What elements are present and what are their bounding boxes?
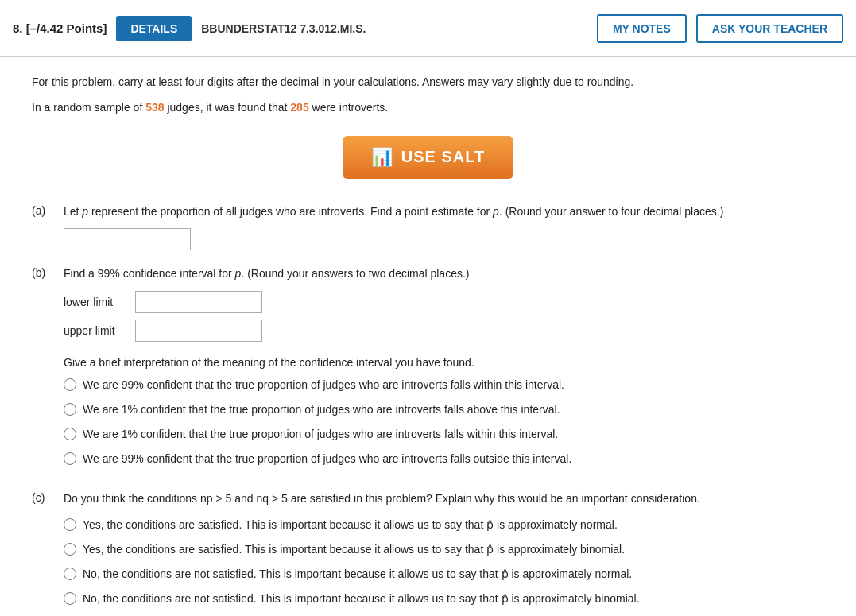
- part-b-label: (b): [32, 266, 64, 279]
- radio-opt3-label[interactable]: We are 1% confident that the true propor…: [83, 426, 558, 443]
- interp-label: Give a brief interpretation of the meani…: [64, 356, 824, 369]
- radio-option-3: We are 1% confident that the true propor…: [64, 426, 824, 443]
- part-a-text: Let p represent the proportion of all ju…: [64, 203, 824, 220]
- c-radio-opt2-label[interactable]: Yes, the conditions are satisfied. This …: [83, 541, 625, 558]
- part-c-text: Do you think the conditions np > 5 and n…: [64, 490, 824, 507]
- radio-opt2[interactable]: [64, 403, 76, 416]
- use-salt-button[interactable]: 📊 USE SALT: [343, 136, 513, 179]
- salt-button-wrapper: 📊 USE SALT: [32, 136, 824, 179]
- part-a-input[interactable]: [64, 228, 191, 250]
- part-a-section: (a) Let p represent the proportion of al…: [32, 203, 824, 250]
- part-a-suffix: . (Round your answer to four decimal pla…: [499, 205, 723, 218]
- part-a-content: Let p represent the proportion of all ju…: [64, 203, 824, 250]
- part-a-p1: p: [82, 205, 88, 218]
- points-label: 8. [–/4.42 Points]: [13, 21, 107, 35]
- ask-teacher-button[interactable]: ASK YOUR TEACHER: [696, 14, 843, 43]
- details-button[interactable]: DETAILS: [116, 16, 192, 41]
- radio-option-4: We are 99% confident that the true propo…: [64, 451, 824, 467]
- upper-limit-label: upper limit: [64, 324, 135, 337]
- c-radio-opt1[interactable]: [64, 518, 76, 531]
- my-notes-button[interactable]: MY NOTES: [597, 14, 687, 43]
- radio-opt2-label[interactable]: We are 1% confident that the true propor…: [83, 401, 560, 418]
- part-b-suffix: . (Round your answers to two decimal pla…: [241, 267, 469, 280]
- c-radio-option-1: Yes, the conditions are satisfied. This …: [64, 517, 824, 533]
- c-radio-option-2: Yes, the conditions are satisfied. This …: [64, 541, 824, 558]
- part-a-mid: represent the proportion of all judges w…: [88, 205, 493, 218]
- part-b-content: Find a 99% confidence interval for p. (R…: [64, 265, 824, 475]
- salt-btn-label: USE SALT: [401, 148, 485, 166]
- part-b-prefix: Find a 99% confidence interval for: [64, 267, 235, 280]
- radio-opt4[interactable]: [64, 452, 76, 465]
- radio-opt1-label[interactable]: We are 99% confident that the true propo…: [83, 377, 564, 393]
- radio-opt1[interactable]: [64, 378, 76, 391]
- c-radio-opt4-label[interactable]: No, the conditions are not satisfied. Th…: [83, 591, 640, 607]
- intro2-mid: judges, it was found that: [165, 101, 291, 114]
- c-radio-opt4[interactable]: [64, 592, 76, 605]
- upper-limit-input[interactable]: [135, 320, 262, 342]
- part-a-label: (a): [32, 204, 64, 217]
- radio-opt4-label[interactable]: We are 99% confident that the true propo…: [83, 451, 571, 467]
- intro2-suffix: were introverts.: [309, 101, 389, 114]
- problem-code: BBUNDERSTAT12 7.3.012.MI.S.: [201, 22, 587, 35]
- header-bar: 8. [–/4.42 Points] DETAILS BBUNDERSTAT12…: [0, 0, 856, 57]
- part-b-text: Find a 99% confidence interval for p. (R…: [64, 265, 824, 282]
- part-a-p2: p: [493, 205, 499, 218]
- lower-limit-row: lower limit: [64, 291, 824, 313]
- intro2-prefix: In a random sample of: [32, 101, 145, 114]
- radio-opt3[interactable]: [64, 428, 76, 440]
- part-b-section: (b) Find a 99% confidence interval for p…: [32, 265, 824, 475]
- c-radio-opt3-label[interactable]: No, the conditions are not satisfied. Th…: [83, 566, 632, 583]
- radio-option-2: We are 1% confident that the true propor…: [64, 401, 824, 418]
- part-c-section: (c) Do you think the conditions np > 5 a…: [32, 490, 824, 615]
- introvert-count: 285: [290, 101, 308, 114]
- radio-option-1: We are 99% confident that the true propo…: [64, 377, 824, 393]
- c-radio-opt2[interactable]: [64, 543, 76, 556]
- interpretation-section: Give a brief interpretation of the meani…: [64, 356, 824, 467]
- intro-line1: For this problem, carry at least four di…: [32, 73, 824, 91]
- lower-limit-input[interactable]: [135, 291, 262, 313]
- salt-icon: 📊: [371, 147, 393, 168]
- part-c-label: (c): [32, 491, 64, 504]
- sample-size: 538: [145, 101, 164, 114]
- part-a-prefix: Let: [64, 205, 82, 218]
- c-radio-option-4: No, the conditions are not satisfied. Th…: [64, 591, 824, 607]
- upper-limit-row: upper limit: [64, 320, 824, 342]
- c-radio-opt1-label[interactable]: Yes, the conditions are satisfied. This …: [83, 517, 618, 533]
- lower-limit-label: lower limit: [64, 296, 135, 308]
- intro-line2: In a random sample of 538 judges, it was…: [32, 99, 824, 116]
- c-radio-opt3[interactable]: [64, 568, 76, 580]
- c-radio-option-3: No, the conditions are not satisfied. Th…: [64, 566, 824, 583]
- main-content: For this problem, carry at least four di…: [0, 57, 856, 616]
- part-c-content: Do you think the conditions np > 5 and n…: [64, 490, 824, 615]
